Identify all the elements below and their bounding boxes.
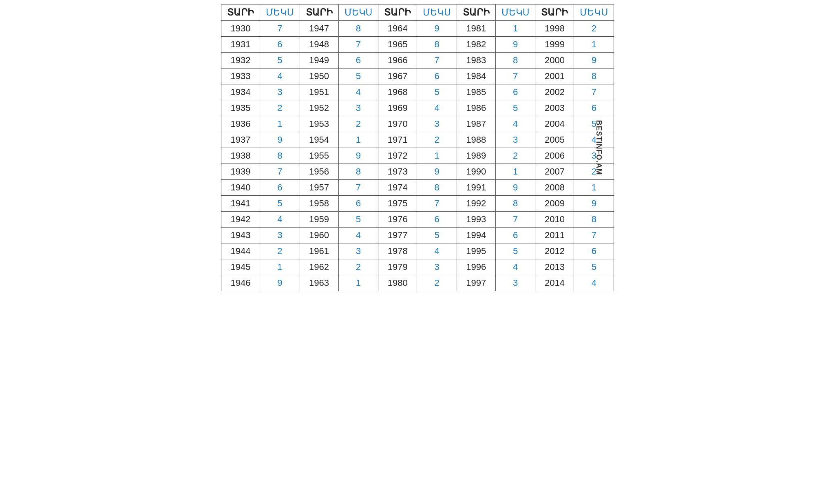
year-cell: 1984	[457, 69, 495, 84]
year-cell: 1941	[221, 196, 260, 212]
year-cell: 1987	[457, 116, 495, 132]
value-cell: 2	[574, 164, 614, 180]
column-header-5: ՄԵԿU	[417, 4, 457, 21]
year-cell: 1991	[457, 180, 495, 196]
year-cell: 1944	[221, 243, 260, 259]
value-cell: 3	[338, 243, 378, 259]
year-cell: 1983	[457, 53, 495, 69]
table-row: 1938819559197211989220063	[221, 148, 614, 164]
year-cell: 1930	[221, 21, 260, 37]
value-cell: 2	[495, 148, 535, 164]
table-row: 1941519586197571992820099	[221, 196, 614, 212]
value-cell: 3	[417, 116, 457, 132]
watermark-text: BESTINFO.AM	[594, 120, 603, 175]
value-cell: 4	[574, 132, 614, 148]
value-cell: 4	[495, 116, 535, 132]
year-cell: 1992	[457, 196, 495, 212]
value-cell: 8	[495, 53, 535, 69]
year-cell: 1950	[300, 69, 338, 84]
value-cell: 2	[260, 243, 300, 259]
value-cell: 1	[574, 180, 614, 196]
year-cell: 1933	[221, 69, 260, 84]
table-row: 1942419595197661993720108	[221, 212, 614, 228]
value-cell: 4	[338, 228, 378, 243]
table-row: 1933419505196761984720018	[221, 69, 614, 84]
value-cell: 8	[495, 196, 535, 212]
value-cell: 2	[574, 21, 614, 37]
table-row: 1939719568197391990120072	[221, 164, 614, 180]
year-cell: 1967	[378, 69, 417, 84]
year-cell: 1996	[457, 259, 495, 275]
year-cell: 1961	[300, 243, 338, 259]
column-header-7: ՄԵԿU	[495, 4, 535, 21]
year-cell: 2001	[535, 69, 574, 84]
value-cell: 8	[417, 180, 457, 196]
year-cell: 2007	[535, 164, 574, 180]
year-cell: 1998	[535, 21, 574, 37]
table-row: 1930719478196491981119982	[221, 21, 614, 37]
value-cell: 7	[338, 180, 378, 196]
year-cell: 1980	[378, 275, 417, 291]
value-cell: 1	[417, 148, 457, 164]
year-cell: 1959	[300, 212, 338, 228]
year-cell: 2004	[535, 116, 574, 132]
year-cell: 1948	[300, 37, 338, 53]
value-cell: 5	[338, 69, 378, 84]
year-cell: 1934	[221, 84, 260, 100]
year-cell: 1969	[378, 100, 417, 116]
table-row: 1937919541197121988320054	[221, 132, 614, 148]
value-cell: 5	[417, 84, 457, 100]
value-cell: 7	[260, 164, 300, 180]
value-cell: 7	[574, 84, 614, 100]
value-cell: 7	[260, 21, 300, 37]
year-cell: 1976	[378, 212, 417, 228]
value-cell: 6	[417, 69, 457, 84]
value-cell: 4	[417, 243, 457, 259]
year-cell: 2006	[535, 148, 574, 164]
year-cell: 1965	[378, 37, 417, 53]
year-cell: 1943	[221, 228, 260, 243]
year-cell: 1963	[300, 275, 338, 291]
table-row: 1940619577197481991920081	[221, 180, 614, 196]
year-cell: 1985	[457, 84, 495, 100]
year-cell: 1954	[300, 132, 338, 148]
year-cell: 1939	[221, 164, 260, 180]
column-header-3: ՄԵԿU	[338, 4, 378, 21]
value-cell: 5	[495, 100, 535, 116]
value-cell: 6	[338, 196, 378, 212]
value-cell: 8	[338, 21, 378, 37]
year-cell: 1960	[300, 228, 338, 243]
year-cell: 2010	[535, 212, 574, 228]
year-cell: 1968	[378, 84, 417, 100]
year-cell: 1994	[457, 228, 495, 243]
value-cell: 9	[338, 148, 378, 164]
value-cell: 7	[338, 37, 378, 53]
year-cell: 1993	[457, 212, 495, 228]
value-cell: 9	[260, 275, 300, 291]
value-cell: 5	[338, 212, 378, 228]
value-cell: 1	[495, 21, 535, 37]
column-header-1: ՄԵԿU	[260, 4, 300, 21]
year-cell: 1935	[221, 100, 260, 116]
year-cell: 1995	[457, 243, 495, 259]
column-header-2: ՏԱՐԻ	[300, 4, 338, 21]
value-cell: 6	[574, 243, 614, 259]
value-cell: 5	[417, 228, 457, 243]
year-cell: 1974	[378, 180, 417, 196]
value-cell: 3	[495, 275, 535, 291]
value-cell: 4	[495, 259, 535, 275]
year-cell: 2011	[535, 228, 574, 243]
year-cell: 1962	[300, 259, 338, 275]
table-row: 1946919631198021997320144	[221, 275, 614, 291]
year-cell: 1958	[300, 196, 338, 212]
value-cell: 1	[495, 164, 535, 180]
table-row: 1935219523196941986520036	[221, 100, 614, 116]
year-cell: 1931	[221, 37, 260, 53]
year-cell: 1951	[300, 84, 338, 100]
table-wrapper: ՏԱՐԻՄԵԿUՏԱՐԻՄԵԿUՏԱՐԻՄԵԿUՏԱՐԻՄԵԿUՏԱՐԻՄԵԿU…	[221, 4, 614, 291]
value-cell: 4	[260, 69, 300, 84]
value-cell: 3	[260, 84, 300, 100]
value-cell: 3	[260, 228, 300, 243]
year-cell: 1977	[378, 228, 417, 243]
value-cell: 7	[417, 53, 457, 69]
